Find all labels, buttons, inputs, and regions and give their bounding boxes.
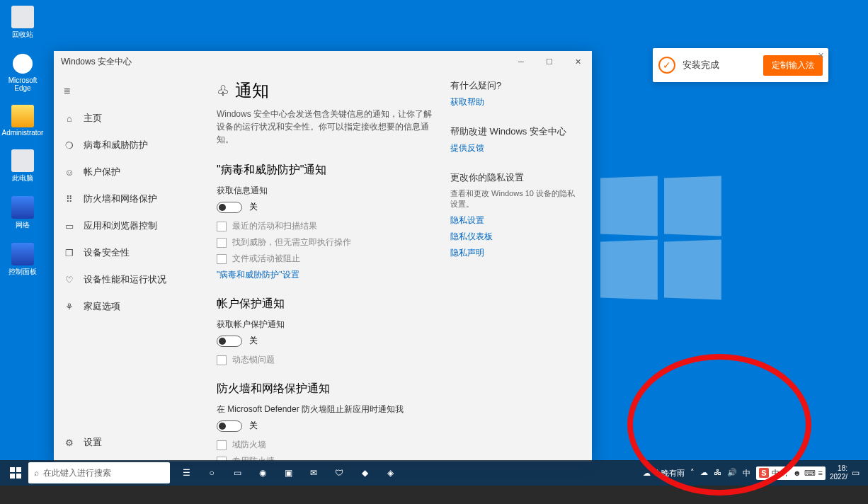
network-tray-icon[interactable]: 🖧 (712, 468, 723, 479)
sidebar-item-label: 应用和浏览器控制 (84, 219, 157, 232)
virus-info-toggle[interactable] (217, 202, 242, 213)
feedback-link[interactable]: 提供反馈 (450, 142, 578, 154)
sidebar-item-home[interactable]: ⌂主页 (54, 105, 210, 132)
get-help-link[interactable]: 获取帮助 (450, 96, 578, 108)
taskbar-search[interactable]: ⌕ 在此键入进行搜索 (28, 462, 170, 483)
privacy-dashboard-link[interactable]: 隐私仪表板 (450, 231, 578, 243)
sidebar-item-virus[interactable]: ❍病毒和威胁防护 (54, 132, 210, 159)
customize-ime-button[interactable]: 定制输入法 (763, 55, 823, 76)
privacy-statement-link[interactable]: 隐私声明 (450, 247, 578, 259)
desktop-icon-label: 控制面板 (8, 267, 37, 277)
pc-icon (11, 149, 34, 172)
start-button[interactable] (3, 460, 28, 486)
checkbox-threat-found[interactable] (217, 238, 227, 248)
task-view-button[interactable]: ☰ (174, 460, 198, 486)
install-complete-toast: ✓ 安装完成 定制输入法 ✕ (653, 48, 828, 82)
taskbar: ⌕ 在此键入进行搜索 ☰ ○ ▭ ◉ ▣ ✉ 🛡 ◆ ◈ ☁ 今晚有雨 ˄ ☁ … (0, 460, 868, 486)
sidebar-item-health[interactable]: ♡设备性能和运行状况 (54, 266, 210, 293)
desktop-icon-label: Microsoft Edge (6, 76, 40, 92)
minimize-button[interactable]: ─ (507, 51, 535, 72)
device-icon: ❐ (64, 247, 75, 258)
ime-menu-icon: ≡ (818, 469, 823, 477)
sidebar: ≡ ⌂主页 ❍病毒和威胁防护 ☺帐户保护 ⠿防火墙和网络保护 ▭应用和浏览器控制… (54, 72, 210, 462)
desktop-icon-recycle[interactable]: 回收站 (6, 6, 40, 40)
edge-icon (11, 52, 34, 75)
bell-icon: ♧ (217, 82, 229, 99)
desktop-icon-label: Administrator (2, 129, 44, 137)
checkbox-scan-results[interactable] (217, 222, 227, 231)
toggle-caption: 获取帐户保护通知 (217, 319, 436, 331)
side-description: 查看和更改 Windows 10 设备的隐私设置。 (450, 188, 578, 210)
cortana-icon[interactable]: ○ (200, 460, 224, 486)
network-icon (11, 196, 34, 219)
weather-widget[interactable]: ☁ 今晚有雨 (643, 468, 685, 479)
notification-center-icon[interactable]: ▭ (852, 468, 860, 478)
side-heading: 帮助改进 Windows 安全中心 (450, 125, 578, 138)
svg-rect-1 (16, 467, 21, 472)
close-button[interactable]: ✕ (564, 51, 592, 72)
volume-icon[interactable]: 🔊 (726, 468, 738, 479)
onedrive-icon[interactable]: ☁ (699, 468, 709, 479)
app-icon: ▭ (64, 220, 75, 231)
sidebar-item-label: 病毒和威胁防护 (84, 139, 148, 151)
sidebar-item-label: 设置 (84, 436, 102, 449)
desktop-icon-network[interactable]: 网络 (6, 196, 40, 230)
side-heading: 更改你的隐私设置 (450, 171, 578, 184)
desktop-icon-pc[interactable]: 此电脑 (6, 149, 40, 183)
ime-punct-icon: ， (782, 468, 790, 479)
sidebar-item-family[interactable]: ⚘家庭选项 (54, 293, 210, 320)
section-heading: 防火墙和网络保护通知 (217, 382, 436, 396)
store-icon[interactable]: ▣ (276, 460, 300, 486)
search-icon: ⌕ (34, 468, 39, 478)
windows-start-icon (10, 467, 21, 479)
account-toggle[interactable] (217, 336, 242, 347)
security-taskbar-icon[interactable]: 🛡 (327, 460, 351, 486)
checkbox-label: 文件或活动被阻止 (232, 253, 300, 265)
check-icon: ✓ (658, 57, 675, 74)
checkbox-dynamic-lock[interactable] (217, 355, 227, 365)
sidebar-item-label: 设备安全性 (84, 246, 130, 259)
maximize-button[interactable]: ☐ (535, 51, 564, 72)
weather-text: 今晚有雨 (653, 468, 685, 479)
toggle-caption: 在 Microsoft Defender 防火墙阻止新应用时通知我 (217, 403, 436, 416)
tray-expand-icon[interactable]: ˄ (689, 468, 696, 479)
ime-keyboard-icon: ⌨ (804, 469, 816, 478)
desktop-icon-user[interactable]: Administrator (6, 105, 40, 137)
page-title: ♧ 通知 (217, 79, 436, 102)
ime-indicator[interactable]: 中 (741, 468, 752, 479)
page-title-text: 通知 (235, 79, 269, 102)
firewall-toggle[interactable] (217, 420, 242, 432)
checkbox-blocked[interactable] (217, 254, 227, 264)
toast-text: 安装完成 (683, 59, 719, 71)
privacy-settings-link[interactable]: 隐私设置 (450, 214, 578, 227)
desktop-icon-edge[interactable]: Microsoft Edge (6, 52, 40, 92)
help-block: 有什么疑问? 获取帮助 (450, 79, 578, 108)
sidebar-item-app[interactable]: ▭应用和浏览器控制 (54, 212, 210, 239)
checkbox-label: 找到威胁，但无需立即执行操作 (232, 236, 351, 248)
app-icon[interactable]: ◈ (378, 460, 402, 486)
toast-close-button[interactable]: ✕ (818, 51, 824, 60)
sogou-ime-bar[interactable]: S 中 ， ☻ ⌨ ≡ (756, 466, 826, 480)
svg-rect-2 (10, 474, 15, 479)
edge-taskbar-icon[interactable]: ◉ (251, 460, 275, 486)
ime-mode: 中 (772, 468, 780, 479)
desktop-icon-label: 此电脑 (12, 173, 33, 183)
virus-settings-link[interactable]: "病毒和威胁防护"设置 (217, 269, 436, 281)
section-account: 帐户保护通知 获取帐户保护通知 关 动态锁问题 (217, 297, 436, 366)
taskbar-clock[interactable]: 18: 2022/ (830, 464, 847, 481)
explorer-icon[interactable]: ▭ (225, 460, 249, 486)
sidebar-item-device[interactable]: ❐设备安全性 (54, 239, 210, 266)
ime-emoji-icon: ☻ (793, 469, 801, 477)
titlebar[interactable]: Windows 安全中心 ─ ☐ ✕ (54, 51, 592, 72)
section-heading: "病毒和威胁防护"通知 (217, 163, 436, 178)
hamburger-button[interactable]: ≡ (54, 78, 210, 105)
recycle-bin-icon (11, 6, 34, 28)
app-icon[interactable]: ◆ (353, 460, 377, 486)
desktop-icon-control[interactable]: 控制面板 (6, 243, 40, 277)
checkbox-domain-fw[interactable] (217, 440, 227, 450)
sidebar-item-settings[interactable]: ⚙设置 (54, 429, 210, 456)
sidebar-item-account[interactable]: ☺帐户保护 (54, 159, 210, 185)
mail-icon[interactable]: ✉ (302, 460, 326, 486)
sidebar-item-firewall[interactable]: ⠿防火墙和网络保护 (54, 185, 210, 212)
monitor-bezel (0, 486, 868, 504)
